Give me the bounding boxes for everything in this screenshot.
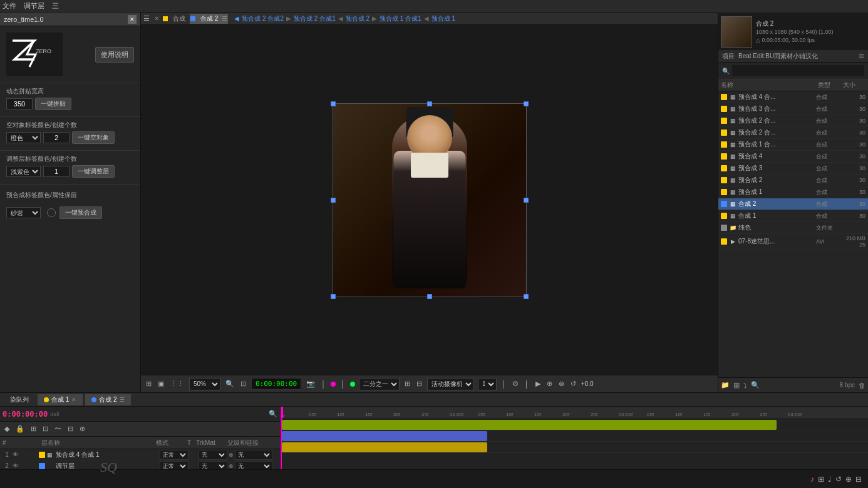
tab-comp2-menu[interactable]: ☰: [120, 397, 125, 403]
null-count-input[interactable]: [43, 132, 70, 143]
comp2-menu[interactable]: ☰: [222, 15, 227, 22]
render-btn[interactable]: ⊕: [545, 380, 554, 388]
timecode-display[interactable]: 0:00:00:00: [251, 378, 301, 390]
tab-comp2[interactable]: 合成 2: [198, 14, 220, 23]
camera-select[interactable]: 活动摄像机: [427, 378, 474, 390]
list-item[interactable]: 📁 纯色 文件夹: [718, 222, 868, 234]
zoom-select[interactable]: 50%: [189, 378, 220, 390]
project-menu-icon[interactable]: ☰: [859, 53, 864, 59]
bottom-icon-3[interactable]: ♩: [828, 475, 832, 484]
bc-item1[interactable]: 预合成 2 合成2: [242, 14, 284, 23]
bottom-icon-5[interactable]: ⊕: [845, 475, 852, 484]
tile-value-input[interactable]: [6, 98, 33, 109]
bottom-icon-4[interactable]: ↺: [835, 475, 842, 484]
null-color-select[interactable]: 橙色: [6, 132, 41, 143]
list-item[interactable]: ▦ 预合成 2 合成 30: [718, 175, 868, 186]
search-tl-icon[interactable]: 🔍: [269, 410, 277, 418]
tile-btn[interactable]: 一键拼贴: [35, 98, 71, 110]
timeline-timecode[interactable]: 0:00:00:00: [3, 410, 48, 419]
lr-eye-icon[interactable]: 👁: [13, 451, 21, 458]
output-btn[interactable]: ⊗: [557, 380, 566, 388]
track-clip-3[interactable]: [282, 442, 487, 452]
plugin-close-btn[interactable]: ✕: [128, 15, 137, 24]
tl-tab-comp1[interactable]: 合成 1 ✕: [38, 394, 83, 405]
tl-btn-lock[interactable]: 🔒: [14, 425, 26, 433]
tl-btn-trim[interactable]: ⊟: [66, 425, 75, 433]
tab-comp1[interactable]: 合成: [170, 14, 188, 23]
tl-btn-motion[interactable]: 〜: [53, 424, 63, 434]
lr-mode-select[interactable]: 正常: [160, 450, 190, 460]
tl-btn-solo[interactable]: ◆: [3, 425, 11, 433]
tl-btn-add[interactable]: ⊕: [78, 425, 87, 433]
handle-tr[interactable]: [524, 101, 529, 106]
menu-item-adjust[interactable]: 调节层: [24, 1, 44, 11]
search2-icon[interactable]: 🔍: [751, 381, 760, 389]
precomp-color-select[interactable]: 砂岩: [6, 207, 41, 218]
list-item[interactable]: ▦ 预合成 2 合... 合成 30: [718, 127, 868, 139]
tl-tab-rendqueue[interactable]: 染队列: [4, 394, 35, 405]
track-clip-1[interactable]: [282, 420, 777, 430]
bc-item5[interactable]: 预合成 1: [431, 14, 455, 23]
bc-link1[interactable]: ◀: [234, 15, 239, 22]
lr-eye-icon[interactable]: 👁: [13, 462, 21, 469]
radio-option[interactable]: [47, 208, 56, 217]
settings-icon[interactable]: ⚙: [511, 380, 520, 388]
bottom-icon-1[interactable]: ♪: [810, 475, 814, 484]
grid-icon[interactable]: ⋮⋮: [169, 380, 185, 388]
snap-icon[interactable]: ⊡: [239, 380, 247, 388]
roi-icon[interactable]: ⊟: [415, 380, 423, 388]
handle-ml[interactable]: [331, 198, 336, 203]
bottom-icon-2[interactable]: ⊞: [818, 475, 824, 484]
list-item[interactable]: ▦ 预合成 3 合... 合成 30: [718, 103, 868, 115]
list-item-active[interactable]: ▦ 合成 2 合成 30: [718, 198, 868, 210]
channel-select[interactable]: 1个: [478, 378, 497, 390]
tl-btn-label[interactable]: ⊞: [29, 425, 38, 433]
bc-item3[interactable]: 预合成 2: [346, 14, 369, 23]
bit-depth[interactable]: 8 bpc: [840, 382, 855, 389]
adjust-count-input[interactable]: [43, 166, 70, 177]
handle-tl[interactable]: [331, 101, 336, 106]
trash-icon[interactable]: 🗑: [859, 382, 865, 389]
list-item[interactable]: ▦ 预合成 1 合成 30: [718, 186, 868, 198]
list-item[interactable]: ▦ 预合成 4 合... 合成 30: [718, 91, 868, 103]
handle-bl[interactable]: [331, 294, 336, 299]
tl-tab-comp2[interactable]: 合成 2 ☰: [85, 394, 130, 405]
reset-btn[interactable]: ↺: [569, 380, 577, 388]
adjust-btn[interactable]: 一键调整层: [72, 165, 115, 178]
list-item[interactable]: ▦ 合成 1 合成 30: [718, 210, 868, 222]
bottom-icon-6[interactable]: ⊟: [855, 475, 862, 484]
list-item[interactable]: ▦ 预合成 3 合成 30: [718, 163, 868, 175]
menu-item-extra[interactable]: 三: [52, 1, 59, 11]
layer-row-1[interactable]: 1 👁 ▦ 预合成 4 合成 1 正常 无 ⊗ 无: [0, 449, 280, 460]
list-item[interactable]: ▶ 07-8迷茫思... AVI 210 MB 25: [718, 234, 868, 250]
playback-icon[interactable]: ⊞: [145, 380, 153, 388]
precomp-btn[interactable]: 一键预合成: [59, 206, 102, 219]
list-item[interactable]: ▦ 预合成 4 合成 30: [718, 151, 868, 163]
lr-trkmat-select[interactable]: 无: [199, 450, 229, 460]
list-item[interactable]: ▦ 预合成 2 合... 合成 30: [718, 115, 868, 127]
search-input[interactable]: [732, 65, 864, 76]
null-btn[interactable]: 一键空对象: [72, 131, 115, 144]
handle-br[interactable]: [524, 294, 529, 299]
new-folder-icon[interactable]: 📁: [721, 381, 730, 389]
lr-parent-select[interactable]: ⊗ 无: [229, 450, 279, 460]
adjust-color-select[interactable]: 浅紫色: [6, 166, 41, 177]
tl-btn-solo2[interactable]: ⊡: [41, 425, 50, 433]
panel-menu-icon[interactable]: ☰: [143, 14, 150, 23]
list-item[interactable]: ▦ 预合成 1 合... 合成 30: [718, 139, 868, 151]
usage-button[interactable]: 使用说明: [95, 47, 134, 63]
handle-bm[interactable]: [427, 294, 432, 299]
tab-comp1-close[interactable]: ✕: [71, 397, 76, 403]
new-comp-icon[interactable]: ▦: [733, 381, 740, 389]
zoom-icon[interactable]: 🔍: [224, 380, 235, 388]
menu-item-file[interactable]: 文件: [3, 1, 16, 11]
bc-item2[interactable]: 预合成 2 合成1: [294, 14, 336, 23]
resolution-icon[interactable]: ⊞: [403, 380, 411, 388]
resolution-select[interactable]: 二分之一: [359, 378, 400, 390]
import-icon[interactable]: ⤵: [743, 382, 747, 389]
camera-snap-icon[interactable]: 📷: [305, 380, 316, 388]
handle-tm[interactable]: [427, 101, 432, 106]
close-comp-icon[interactable]: ✕: [154, 15, 159, 22]
bc-item4[interactable]: 预合成 1 合成1: [380, 14, 421, 23]
monitor-icon[interactable]: ▣: [157, 380, 165, 388]
